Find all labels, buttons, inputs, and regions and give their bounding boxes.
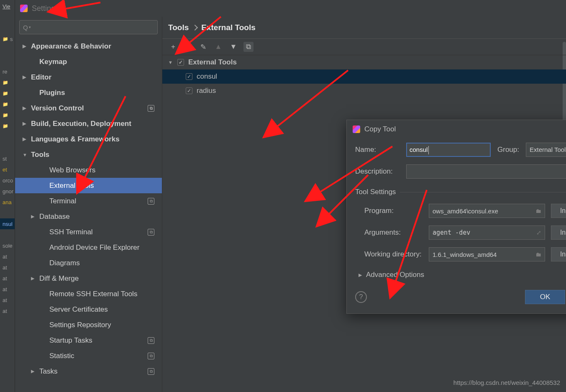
group-checkbox[interactable]: ✓ <box>177 59 184 66</box>
separator <box>400 192 566 192</box>
external-tools-toolbar: + − ✎ ▲ ▼ ⧉ <box>162 38 566 55</box>
tool-checkbox[interactable]: ✓ <box>186 87 192 94</box>
settings-tree-item[interactable]: ▶Diff & Merge <box>15 271 162 286</box>
program-input[interactable]: ows_amd64\consul.exe 🖿 <box>429 204 545 218</box>
left-strip-row <box>0 208 15 218</box>
help-icon[interactable]: ? <box>355 291 367 303</box>
left-strip-row <box>0 142 15 153</box>
settings-tree-pane: Q▾ ▶Appearance & BehaviorKeymap▶EditorPl… <box>15 17 162 392</box>
settings-tree-item[interactable]: ▶Editor <box>15 69 162 85</box>
settings-tree-item[interactable]: ▶Build, Execution, Deployment <box>15 116 162 131</box>
tree-item-label: Version Control <box>31 104 84 113</box>
settings-tree-item[interactable]: ▶Tasks⧉ <box>15 364 162 379</box>
chevron-down-icon: ▼ <box>168 60 173 65</box>
advanced-options-label: Advanced Options <box>366 271 424 279</box>
external-tools-list: ▼ ✓ External Tools ✓consul✓radius <box>162 55 566 98</box>
crumb-tools[interactable]: Tools <box>168 23 189 32</box>
tree-item-label: Android Device File Explorer <box>49 243 139 252</box>
folder-icon[interactable]: 🖿 <box>533 251 541 258</box>
copy-tool-title: Copy Tool <box>364 125 396 133</box>
settings-tree-item[interactable]: Keymap <box>15 54 162 69</box>
settings-tree-item[interactable]: External Tools <box>15 178 162 193</box>
tree-item-label: Tools <box>31 151 49 159</box>
settings-tree[interactable]: ▶Appearance & BehaviorKeymap▶EditorPlugi… <box>15 37 162 392</box>
tree-item-label: Tasks <box>39 367 57 376</box>
insert-macro-program-button[interactable]: Insert Macro... <box>551 204 566 218</box>
external-tool-row[interactable]: ✓radius <box>162 84 566 98</box>
project-scope-icon: ⧉ <box>148 337 154 344</box>
move-up-button[interactable]: ▲ <box>213 42 223 52</box>
tree-item-label: Statistic <box>49 352 74 360</box>
copy-button[interactable]: ⧉ <box>243 42 254 52</box>
left-strip-row <box>0 131 15 142</box>
settings-tree-item[interactable]: Statistic⧉ <box>15 348 162 364</box>
name-input[interactable]: consul <box>406 143 491 157</box>
tree-item-label: Server Certificates <box>49 305 108 314</box>
working-directory-input[interactable]: 1.6.1_windows_amd64 🖿 <box>429 247 545 261</box>
settings-tree-item[interactable]: Diagrams <box>15 255 162 271</box>
insert-macro-wd-button[interactable]: Insert Macro... <box>551 247 566 261</box>
settings-titlebar: Settings <box>15 0 566 17</box>
ok-button[interactable]: OK <box>525 290 565 304</box>
copy-tool-titlebar: Copy Tool ✕ <box>347 120 566 138</box>
settings-tree-item[interactable]: ▶Languages & Frameworks <box>15 131 162 147</box>
crumb-external-tools[interactable]: External Tools <box>201 23 256 32</box>
tree-item-label: Diagrams <box>49 259 80 267</box>
folder-icon[interactable]: 🖿 <box>533 208 541 214</box>
settings-tree-item[interactable]: ▶Appearance & Behavior <box>15 38 162 54</box>
chevron-right-icon: ▶ <box>31 369 36 374</box>
move-down-button[interactable]: ▼ <box>228 42 238 52</box>
description-input[interactable] <box>406 164 566 179</box>
left-strip-row: ana <box>0 197 15 208</box>
settings-title: Settings <box>32 4 59 13</box>
settings-tree-item[interactable]: Web Browsers <box>15 162 162 178</box>
left-strip-row: orco <box>0 175 15 186</box>
settings-tree-item[interactable]: Settings Repository <box>15 317 162 333</box>
advanced-options-row[interactable]: ▶ Advanced Options <box>355 271 566 279</box>
left-strip-row: at <box>0 284 15 295</box>
external-tools-group-row[interactable]: ▼ ✓ External Tools <box>162 55 566 69</box>
tool-label: radius <box>197 87 216 95</box>
project-scope-icon: ⧉ <box>148 105 154 112</box>
chevron-down-icon: ▼ <box>23 152 28 157</box>
settings-tree-item[interactable]: Remote SSH External Tools <box>15 286 162 302</box>
name-label: Name: <box>355 146 400 154</box>
remove-button[interactable]: − <box>183 42 193 52</box>
settings-tree-item[interactable]: Server Certificates <box>15 302 162 317</box>
expand-icon[interactable]: ⤢ <box>534 229 541 236</box>
settings-tree-item[interactable]: ▶Version Control⧉ <box>15 100 162 116</box>
settings-tree-item[interactable]: Plugins <box>15 85 162 100</box>
description-label: Description: <box>355 167 400 176</box>
tree-item-label: Terminal <box>49 197 76 205</box>
left-strip-row: re <box>0 66 15 77</box>
left-strip-row: et <box>0 164 15 175</box>
settings-tree-item[interactable]: ▼Tools <box>15 147 162 162</box>
left-strip-row: at <box>0 262 15 273</box>
group-select[interactable]: External Tools <box>526 143 566 157</box>
edit-button[interactable]: ✎ <box>198 42 208 52</box>
external-tool-row[interactable]: ✓consul <box>162 69 566 84</box>
tree-item-label: Diff & Merge <box>39 274 79 283</box>
chevron-down-icon: ▾ <box>29 25 31 29</box>
tree-item-label: Keymap <box>39 58 67 66</box>
settings-tree-item[interactable]: Startup Tasks⧉ <box>15 333 162 348</box>
tree-item-label: External Tools <box>49 182 94 190</box>
settings-tree-item[interactable]: ▶Database <box>15 209 162 224</box>
add-button[interactable]: + <box>168 42 178 52</box>
left-strip-row <box>0 77 15 88</box>
settings-tree-item[interactable]: Android Device File Explorer <box>15 240 162 255</box>
insert-macro-arguments-button[interactable]: Insert Macro... <box>551 225 566 240</box>
tree-item-label: Settings Repository <box>49 321 111 329</box>
tree-item-label: Build, Execution, Deployment <box>31 120 131 128</box>
project-scope-icon: ⧉ <box>148 353 154 359</box>
settings-tree-item[interactable]: Terminal⧉ <box>15 193 162 209</box>
tool-checkbox[interactable]: ✓ <box>186 73 192 80</box>
left-strip-row <box>0 23 15 33</box>
arguments-input[interactable]: agent -dev ⤢ <box>429 225 545 240</box>
tree-item-label: Remote SSH External Tools <box>49 290 137 298</box>
settings-search-input[interactable]: Q▾ <box>19 20 158 34</box>
tree-item-label: SSH Terminal <box>49 228 93 236</box>
left-strip-row: s <box>0 33 15 44</box>
copy-tool-dialog: Copy Tool ✕ Name: consul Group: External… <box>346 120 566 314</box>
settings-tree-item[interactable]: SSH Terminal⧉ <box>15 224 162 240</box>
